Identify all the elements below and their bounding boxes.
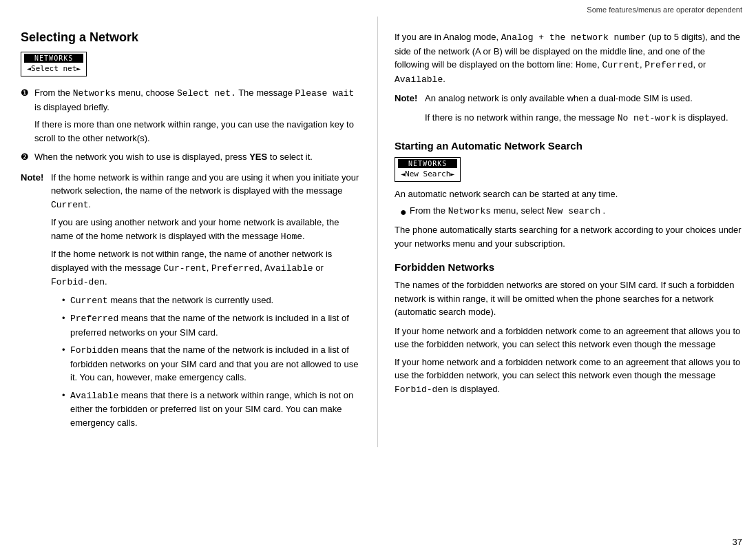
step-2: ❷ When the network you wish to use is di… — [21, 150, 361, 164]
forbidden-code: Forbid-den — [395, 384, 448, 395]
left-column: Selecting a Network NETWORKS ◄ Select ne… — [0, 17, 378, 447]
auto-bullet-cmd: New search — [547, 206, 600, 216]
analog-para: If you are in Analog mode, Analog + the … — [395, 30, 742, 86]
analog-available: Available — [395, 74, 443, 85]
bullet-forbidden: Forbidden means that the name of the net… — [62, 343, 361, 384]
note-1-cur: Cur-rent — [163, 263, 206, 274]
auto-networks-box-nav: ◄ New Search ► — [398, 168, 457, 180]
no-network-text: If there is no network within range, the… — [425, 111, 742, 125]
step-1-num: ❶ — [21, 86, 29, 100]
note-1-forbid: Forbid-den — [51, 277, 105, 287]
note-1-para-2: If you are using another network and you… — [51, 216, 361, 243]
auto-nav-right-arrow: ► — [450, 170, 454, 178]
step-1-msg: Please wait — [295, 88, 355, 99]
analog-current: Current — [602, 60, 640, 70]
bullet-available: Available means that there is a network … — [62, 389, 361, 430]
analog-home: Home — [576, 60, 597, 70]
note-1-avail: Available — [264, 263, 313, 274]
bullet-preferred-key: Preferred — [70, 314, 118, 324]
networks-box-title: NETWORKS — [24, 54, 83, 63]
auto-networks-box-nav-text: New Search — [405, 170, 450, 178]
step-1-menu: Networks — [73, 88, 116, 99]
networks-ui-box: NETWORKS ◄ Select net ► — [21, 52, 87, 76]
forbidden-title: Forbidden Networks — [395, 261, 742, 273]
nav-right-arrow: ► — [76, 65, 81, 72]
note-block-2: Note! An analog network is only availabl… — [395, 92, 742, 129]
note-1-para-3: If the home network is not within range,… — [51, 247, 361, 289]
auto-networks-ui-box: NETWORKS ◄ New Search ► — [395, 157, 461, 182]
step-2-text: When the network you wish to use is disp… — [34, 152, 313, 162]
forbidden-section: Forbidden Networks The names of the forb… — [395, 261, 742, 396]
analog-preferred: Preferred — [644, 60, 693, 70]
auto-search-section: Starting an Automatic Network Search NET… — [395, 140, 742, 250]
analog-code: Analog + the network number — [501, 32, 647, 43]
note-1-pref: Preferred — [211, 263, 260, 274]
note-1-content: If the home network is within range and … — [51, 171, 361, 434]
bullet-available-key: Available — [70, 391, 118, 401]
bullet-current: Current means that the network is curren… — [62, 294, 361, 308]
step-1-text: From the Networks menu, choose Select ne… — [34, 88, 354, 112]
note-1-current: Current — [51, 200, 89, 210]
step-2-num: ❷ — [21, 150, 29, 164]
note-1-para-1: If the home network is within range and … — [51, 171, 361, 212]
page-header: Some features/menus are operator depende… — [0, 0, 756, 17]
steps-list: ❶ From the Networks menu, choose Select … — [21, 86, 361, 164]
step-1: ❶ From the Networks menu, choose Select … — [21, 86, 361, 145]
step-2-key: YES — [249, 152, 267, 162]
step-1-cmd: Select net. — [177, 88, 236, 99]
content-area: Selecting a Network NETWORKS ◄ Select ne… — [0, 17, 756, 447]
auto-bullet-text: From the Networks menu, select New searc… — [410, 205, 605, 216]
auto-bullet-menu: Networks — [448, 206, 491, 216]
auto-text-1: An automatic network search can be start… — [395, 187, 742, 201]
bullet-current-key: Current — [70, 296, 108, 306]
forbidden-text-2b: If your home network and a forbidden net… — [395, 356, 742, 397]
auto-networks-box-title: NETWORKS — [398, 159, 457, 168]
bullet-forbidden-key: Forbidden — [70, 345, 118, 356]
auto-text-2: The phone automatically starts searching… — [395, 223, 742, 250]
page-footer: 37 — [733, 537, 742, 547]
right-column: If you are in Analog mode, Analog + the … — [378, 17, 756, 447]
auto-bullet-dot: ● — [400, 205, 410, 220]
note-1-home: Home — [281, 232, 302, 242]
step-1-extra: If there is more than one network within… — [34, 118, 361, 145]
bullet-list: Current means that the network is curren… — [51, 294, 361, 430]
note-2-label: Note! — [395, 92, 425, 129]
auto-search-title: Starting an Automatic Network Search — [395, 140, 742, 152]
note-2-text: An analog network is only available when… — [425, 92, 742, 105]
note-block-1: Note! If the home network is within rang… — [21, 171, 361, 434]
forbidden-text-1: The names of the forbidden networks are … — [395, 278, 742, 319]
header-text: Some features/menus are operator depende… — [587, 6, 742, 14]
networks-box-nav: ◄ Select net ► — [24, 63, 83, 74]
page-number: 37 — [733, 537, 742, 547]
note-1-label: Note! — [21, 171, 51, 434]
left-section-title: Selecting a Network — [21, 30, 361, 45]
auto-bullet: ● From the Networks menu, select New sea… — [395, 205, 742, 220]
networks-box-nav-text: Select net — [31, 64, 76, 73]
no-network-code: No net-work — [618, 113, 677, 123]
note-2-content: An analog network is only available when… — [425, 92, 742, 129]
bullet-preferred: Preferred means that the name of the net… — [62, 311, 361, 339]
forbidden-text-2: If your home network and a forbidden net… — [395, 325, 742, 351]
